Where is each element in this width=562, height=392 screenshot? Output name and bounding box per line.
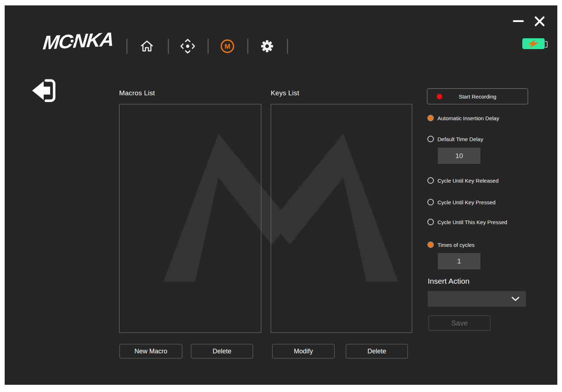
home-icon[interactable] xyxy=(139,38,155,54)
option-default-time-delay[interactable]: Default Time Delay xyxy=(427,135,483,143)
record-dot-icon xyxy=(437,94,442,99)
option-label: Cycle Until Key Released xyxy=(437,178,498,184)
back-button-icon[interactable] xyxy=(30,76,57,105)
default-time-delay-input[interactable] xyxy=(438,148,480,164)
charging-bolt-icon xyxy=(528,40,539,48)
new-macro-button[interactable]: New Macro xyxy=(119,344,182,358)
monka-logo: MONKA xyxy=(39,18,131,61)
option-cycle-until-this-key-pressed[interactable]: Cycle Until This Key Pressed xyxy=(427,218,507,226)
delete-macro-button[interactable]: Delete xyxy=(191,344,253,358)
option-automatic-insertion-delay[interactable]: Automatic Insertion Delay xyxy=(427,114,499,122)
nav-separator xyxy=(247,39,248,54)
start-recording-label: Start Recording xyxy=(459,93,496,100)
option-cycle-until-key-pressed[interactable]: Cycle Until Key Pressed xyxy=(427,198,496,206)
macro-m-letter: M xyxy=(225,43,230,50)
option-label: Times of cycles xyxy=(437,242,475,248)
nav-separator xyxy=(126,39,127,54)
option-label: Default Time Delay xyxy=(437,136,483,142)
keys-list-title: Keys List xyxy=(271,89,299,97)
macro-m-icon[interactable]: M xyxy=(219,38,235,54)
minimize-button[interactable] xyxy=(513,20,524,22)
macros-list-title: Macros List xyxy=(119,89,155,97)
nav-separator xyxy=(168,39,169,54)
radio-unselected-icon[interactable] xyxy=(427,136,434,142)
nav-separator xyxy=(208,39,209,54)
monka-logo-text: MONKA xyxy=(42,28,114,53)
radio-selected-icon[interactable] xyxy=(427,115,434,121)
radio-selected-icon[interactable] xyxy=(427,241,434,248)
battery-nub xyxy=(545,41,548,48)
times-of-cycles-input[interactable] xyxy=(438,253,480,269)
app-window: MONKA M xyxy=(5,5,557,385)
option-label: Cycle Until This Key Pressed xyxy=(437,219,507,225)
chevron-down-icon xyxy=(511,297,519,301)
radio-unselected-icon[interactable] xyxy=(427,199,434,205)
gear-icon[interactable] xyxy=(259,38,275,54)
radio-unselected-icon[interactable] xyxy=(427,219,434,225)
keys-listbox[interactable] xyxy=(271,104,412,333)
battery-icon xyxy=(522,38,545,49)
macros-listbox[interactable] xyxy=(119,104,261,333)
start-recording-button[interactable]: Start Recording xyxy=(427,88,528,104)
modify-key-button[interactable]: Modify xyxy=(272,344,335,358)
nav-separator xyxy=(287,39,288,54)
close-button[interactable] xyxy=(533,15,546,27)
option-times-of-cycles[interactable]: Times of cycles xyxy=(427,241,475,249)
dpi-move-icon[interactable] xyxy=(180,38,196,54)
save-button[interactable]: Save xyxy=(428,315,491,331)
insert-action-dropdown[interactable] xyxy=(428,291,526,307)
delete-key-button[interactable]: Delete xyxy=(346,344,408,358)
option-label: Cycle Until Key Pressed xyxy=(437,199,496,205)
option-cycle-until-key-released[interactable]: Cycle Until Key Released xyxy=(427,177,498,184)
radio-unselected-icon[interactable] xyxy=(427,177,434,184)
insert-action-label: Insert Action xyxy=(428,277,470,286)
option-label: Automatic Insertion Delay xyxy=(437,115,499,121)
